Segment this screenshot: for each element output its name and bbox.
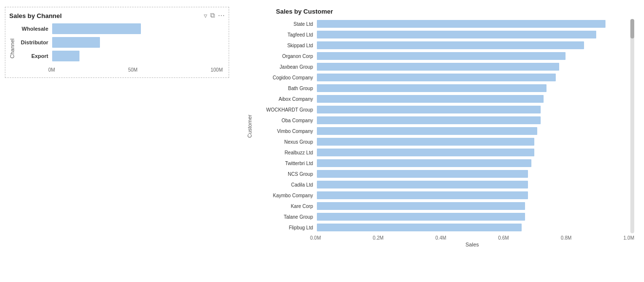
right-x-title: Sales (247, 242, 634, 247)
right-bar-row: State Ltd (254, 19, 627, 29)
right-bar-fill (317, 41, 584, 49)
scrollbar-thumb (630, 19, 634, 38)
right-bar-row: WOCKHARDT Group (254, 105, 627, 114)
right-bar-label: Aibox Company (254, 96, 317, 102)
right-bar-track (317, 20, 627, 28)
left-bar-label: Distributor (17, 39, 52, 45)
right-bar-track (317, 63, 627, 71)
right-bar-label: WOCKHARDT Group (254, 107, 317, 113)
right-x-label: 0.2M (373, 235, 384, 241)
right-bar-label: Organon Corp (254, 54, 317, 59)
right-bar-row: Jaxbean Group (254, 62, 627, 72)
right-x-label: 0.8M (561, 235, 571, 241)
right-chart: Sales by Customer Customer State LtdTagf… (244, 5, 639, 252)
right-x-label: 0.4M (435, 235, 446, 241)
left-bar-fill (52, 37, 100, 48)
right-bars-area: State LtdTagfeed LtdSkippad LtdOrganon C… (254, 19, 627, 233)
left-bar-row: Wholesale (17, 23, 223, 34)
right-bar-track (317, 224, 627, 231)
right-bar-row: Twitterbri Ltd (254, 158, 627, 168)
right-bar-label: Bath Group (254, 86, 317, 91)
right-bar-row: Flipbug Ltd (254, 223, 627, 232)
left-bar-label: Export (17, 53, 52, 59)
right-bar-label: Twitterbri Ltd (254, 161, 317, 166)
right-x-label: 0.0M (310, 235, 321, 241)
right-bar-label: Oba Company (254, 118, 317, 123)
right-bar-fill (317, 181, 528, 188)
right-bar-track (317, 149, 627, 156)
right-bar-label: Kaymbo Company (254, 193, 317, 198)
left-chart-body: Channel WholesaleDistributorExport (9, 23, 223, 64)
right-bar-label: Nexus Group (254, 139, 317, 145)
left-bar-row: Distributor (17, 37, 223, 48)
right-bar-track (317, 202, 627, 210)
left-bars-area: WholesaleDistributorExport (17, 23, 223, 64)
right-bar-fill (317, 106, 541, 113)
more-icon[interactable]: ⋯ (218, 12, 225, 19)
right-bar-label: Vimbo Company (254, 129, 317, 134)
right-bar-row: Bath Group (254, 83, 627, 93)
right-bar-fill (317, 116, 541, 124)
right-bar-track (317, 181, 627, 188)
left-bar-track (52, 51, 223, 61)
right-bar-row: Cogidoo Company (254, 73, 627, 82)
right-bar-track (317, 116, 627, 124)
right-bar-row: Organon Corp (254, 51, 627, 61)
right-bar-label: Jaxbean Group (254, 64, 317, 70)
right-x-axis: 0.0M0.2M0.4M0.6M0.8M1.0M (247, 235, 634, 241)
right-bar-label: State Ltd (254, 21, 317, 27)
right-bar-label: Skippad Ltd (254, 43, 317, 48)
right-y-axis-label: Customer (247, 19, 253, 233)
right-bar-row: Kaymbo Company (254, 190, 627, 200)
expand-icon[interactable]: ⧉ (210, 11, 215, 19)
left-y-axis-label: Channel (9, 23, 15, 64)
left-bar-row: Export (17, 51, 223, 61)
right-bar-fill (317, 20, 605, 28)
left-chart-title: Sales by Channel (9, 12, 223, 19)
right-bar-fill (317, 170, 528, 178)
right-bar-fill (317, 159, 531, 167)
right-bar-fill (317, 95, 544, 103)
right-bar-fill (317, 213, 525, 221)
right-bar-track (317, 127, 627, 135)
right-bar-row: Nexus Group (254, 137, 627, 147)
right-bar-label: Cadila Ltd (254, 182, 317, 188)
right-chart-body: Customer State LtdTagfeed LtdSkippad Ltd… (247, 19, 634, 233)
right-bar-label: NCS Group (254, 171, 317, 177)
left-chart: Sales by Channel ▿ ⧉ ⋯ Channel Wholesale… (5, 7, 229, 78)
right-bar-fill (317, 138, 534, 146)
left-x-label: 0M (48, 67, 55, 73)
right-x-label: 0.6M (498, 235, 509, 241)
left-bar-fill (52, 23, 141, 34)
right-bar-label: Kare Corp (254, 204, 317, 209)
right-bar-fill (317, 202, 525, 210)
right-bar-label: Cogidoo Company (254, 75, 317, 80)
right-bar-row: Tagfeed Ltd (254, 30, 627, 39)
right-bar-track (317, 31, 627, 38)
right-bar-fill (317, 149, 534, 156)
right-bar-label: Flipbug Ltd (254, 225, 317, 230)
right-x-label: 1.0M (624, 235, 634, 241)
scrollbar[interactable] (630, 19, 634, 233)
filter-icon[interactable]: ▿ (204, 12, 207, 19)
right-bar-row: Aibox Company (254, 94, 627, 104)
right-bar-label: Tagfeed Ltd (254, 32, 317, 38)
right-bar-track (317, 191, 627, 199)
right-bar-track (317, 170, 627, 178)
right-bar-row: Cadila Ltd (254, 180, 627, 189)
right-bar-track (317, 41, 627, 49)
left-x-axis: 0M50M100M (9, 67, 223, 73)
right-bar-fill (317, 84, 546, 92)
left-bar-fill (52, 51, 79, 61)
right-bar-track (317, 74, 627, 81)
right-bar-row: Realbuzz Ltd (254, 148, 627, 157)
left-bar-label: Wholesale (17, 26, 52, 32)
right-chart-title: Sales by Customer (247, 8, 634, 15)
right-bar-track (317, 213, 627, 221)
right-bar-label: Realbuzz Ltd (254, 150, 317, 155)
right-bar-fill (317, 74, 556, 81)
right-bar-track (317, 52, 627, 60)
right-bar-fill (317, 52, 566, 60)
right-bar-row: Oba Company (254, 115, 627, 125)
right-bar-track (317, 138, 627, 146)
